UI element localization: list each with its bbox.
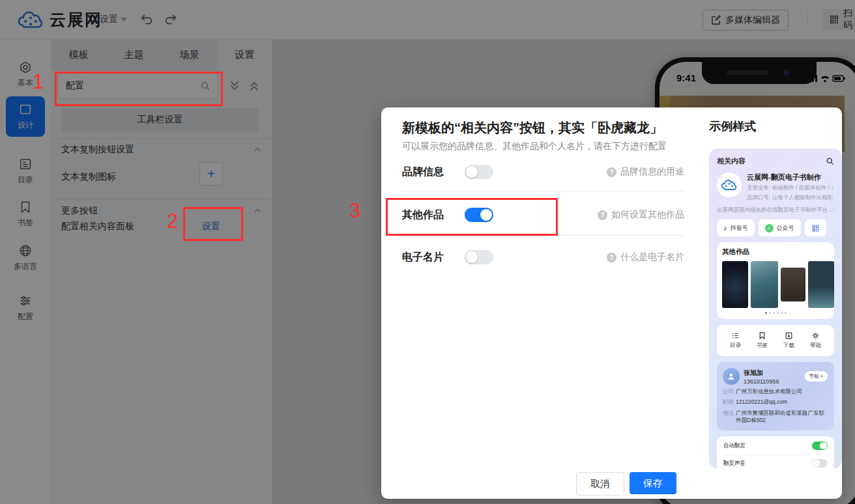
toolbar-label: 书签 bbox=[757, 342, 768, 350]
music-note-icon: ♪ bbox=[723, 224, 727, 232]
other-works-help-link[interactable]: ? 如何设置其他作品 bbox=[598, 209, 684, 221]
dialog-title: 新模板的“相关内容”按钮，其实「卧虎藏龙」 bbox=[402, 119, 663, 137]
toolbar-catalog-button[interactable]: 目录 bbox=[730, 331, 741, 350]
step-1-marker: 1 bbox=[33, 70, 44, 94]
auto-flip-toggle[interactable] bbox=[812, 441, 828, 450]
setting-label: 翻页声音 bbox=[723, 460, 746, 468]
navigate-button[interactable]: 导航 > bbox=[805, 371, 828, 382]
app-window: 云展网 设置 多媒体编辑器 bbox=[0, 0, 855, 504]
wechat-official-button[interactable]: ✓ 公众号 bbox=[759, 219, 801, 236]
flip-sound-toggle[interactable] bbox=[812, 459, 828, 468]
brand-info-label: 品牌信息 bbox=[402, 165, 465, 179]
step-2-marker: 2 bbox=[167, 210, 178, 233]
toolbar-help-button[interactable]: 帮助 bbox=[810, 331, 821, 350]
work-thumbnail[interactable] bbox=[722, 261, 748, 308]
mini-program-qr-button[interactable] bbox=[805, 219, 826, 236]
gear-icon bbox=[811, 331, 820, 340]
field-value: 广州万彩信息技术有限公司 bbox=[736, 388, 802, 395]
field-label: 公司 bbox=[723, 388, 736, 395]
brand-name: 云展网-翻页电子书制作 bbox=[747, 173, 833, 182]
brand-logo-icon bbox=[717, 173, 742, 197]
company-row: 公司 广州万彩信息技术有限公司 bbox=[723, 388, 828, 395]
brand-description: 云展网是国内领先的在线翻页电子书制作平台，过百万用户...更多 bbox=[717, 206, 834, 214]
brand-info-toggle[interactable] bbox=[465, 165, 493, 179]
list-icon bbox=[731, 331, 740, 340]
bookmark-icon bbox=[758, 331, 766, 340]
step-3-highlight-box bbox=[386, 198, 558, 236]
related-content-config-dialog: 新模板的“相关内容”按钮，其实「卧虎藏龙」 可以展示您的品牌信息、其他作品和个人… bbox=[381, 107, 842, 499]
work-thumbnail[interactable] bbox=[808, 261, 834, 308]
e-card-help-link[interactable]: ? 什么是电子名片 bbox=[607, 251, 684, 263]
row-divider bbox=[402, 191, 684, 191]
wechat-label: 公众号 bbox=[777, 224, 794, 232]
step-1-highlight-box bbox=[55, 72, 223, 106]
help-text: 什么是电子名片 bbox=[620, 251, 684, 263]
question-icon: ? bbox=[607, 167, 616, 177]
social-buttons-row: ♪ 抖音号 ✓ 公众号 bbox=[717, 219, 834, 236]
field-value: 广州市黄埔区联和街道彩景路广东软件园D栋502 bbox=[736, 410, 828, 425]
carousel-dots bbox=[722, 312, 829, 314]
related-content-header: 相关内容 bbox=[717, 156, 746, 166]
contact-name: 张旭加 bbox=[744, 369, 779, 378]
toolbar-label: 下载 bbox=[783, 342, 794, 350]
brand-slogan-line: 品牌口号: 让每个人都能制作出精彩有创意的数字... bbox=[747, 194, 833, 202]
step-2-highlight-box bbox=[183, 207, 243, 241]
e-card-toggle[interactable] bbox=[465, 250, 493, 264]
toolbar-label: 目录 bbox=[730, 342, 741, 350]
example-style-title: 示例样式 bbox=[709, 119, 756, 134]
auto-flip-row: 自动翻页 bbox=[723, 438, 828, 455]
toolbar-bookmark-button[interactable]: 书签 bbox=[757, 331, 768, 350]
contact-phone: 13610110956 bbox=[744, 378, 779, 385]
avatar bbox=[723, 368, 740, 385]
example-preview-card: 相关内容 云展网-翻页电子书制作 bbox=[709, 148, 842, 469]
help-text: 如何设置其他作品 bbox=[611, 209, 684, 221]
question-icon: ? bbox=[598, 210, 607, 220]
toolbar-download-button[interactable]: 下载 bbox=[783, 331, 794, 350]
search-icon[interactable] bbox=[826, 157, 834, 165]
e-card-label: 电子名片 bbox=[402, 251, 465, 264]
other-works-title: 其他作品 bbox=[722, 247, 829, 257]
phone-toolbar-card: 目录 书签 下载 bbox=[717, 325, 834, 356]
works-thumbnails bbox=[722, 261, 829, 308]
douyin-button[interactable]: ♪ 抖音号 bbox=[717, 219, 755, 236]
field-value: 121220221@qq.com bbox=[736, 399, 787, 406]
brand-info-help-link[interactable]: ? 品牌信息的用途 bbox=[607, 166, 684, 178]
download-icon bbox=[785, 331, 793, 340]
reader-settings-card: 自动翻页 翻页声音 背景音乐 bbox=[717, 436, 834, 469]
address-row: 地址 广州市黄埔区联和街道彩景路广东软件园D栋502 bbox=[723, 410, 828, 425]
save-button[interactable]: 保存 bbox=[630, 472, 676, 494]
email-row: 邮箱 121220221@qq.com bbox=[723, 399, 828, 406]
cancel-button[interactable]: 取消 bbox=[576, 472, 624, 496]
qr-code-icon bbox=[811, 224, 820, 232]
check-icon: ✓ bbox=[765, 224, 774, 232]
work-thumbnail[interactable] bbox=[781, 268, 805, 301]
field-label: 地址 bbox=[723, 410, 736, 425]
brand-info-block: 云展网-翻页电子书制作 主营业务: 动画制作 / 自媒体创作 / 办公软件 品牌… bbox=[717, 173, 834, 202]
setting-label: 自动翻页 bbox=[723, 442, 746, 450]
question-icon: ? bbox=[607, 253, 616, 262]
e-card-row: 电子名片 ? 什么是电子名片 bbox=[402, 247, 684, 267]
help-text: 品牌信息的用途 bbox=[620, 166, 684, 178]
business-card: 张旭加 13610110956 导航 > 公司 广州万彩信息技术有限公司 邮箱 … bbox=[717, 362, 834, 430]
toolbar-label: 帮助 bbox=[810, 342, 821, 350]
other-works-card: 其他作品 bbox=[717, 242, 834, 319]
brand-info-row: 品牌信息 ? 品牌信息的用途 bbox=[402, 162, 684, 182]
field-label: 邮箱 bbox=[723, 399, 736, 406]
brand-business-line: 主营业务: 动画制作 / 自媒体创作 / 办公软件 bbox=[747, 184, 833, 192]
brand-description-text: 云展网是国内领先的在线翻页电子书制作平台，过百万用户... bbox=[717, 206, 834, 213]
dialog-subtitle: 可以展示您的品牌信息、其他作品和个人名片，请在下方进行配置 bbox=[402, 141, 667, 152]
douyin-label: 抖音号 bbox=[731, 224, 748, 232]
work-thumbnail[interactable] bbox=[751, 261, 778, 308]
flip-sound-row: 翻页声音 bbox=[723, 455, 828, 469]
step-3-marker: 3 bbox=[349, 199, 360, 223]
